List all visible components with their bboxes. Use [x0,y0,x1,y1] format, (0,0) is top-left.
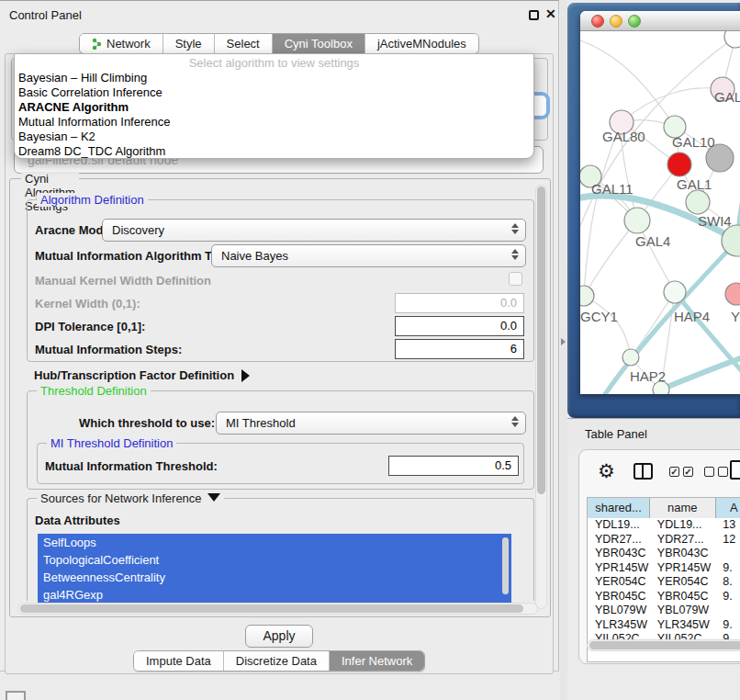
table-row[interactable]: YER054CYER054C8. [588,575,740,590]
minimized-panel-icon[interactable] [6,691,26,700]
table-header-row: shared...nameA [588,498,740,518]
algorithm-option[interactable]: Basic Correlation Inference [15,85,533,100]
dpi-tolerance-field[interactable]: 0.0 [395,316,524,336]
export-table-icon[interactable] [730,460,740,480]
algorithm-definition-title: Algorithm Definition [37,193,148,207]
close-traffic-light-icon[interactable] [591,15,604,28]
control-panel-title: Control Panel [9,8,82,22]
aracne-mode-combo[interactable]: Discovery [102,219,526,242]
deselect-all-checkbox-icon[interactable] [718,467,728,477]
attribute-item-selected[interactable]: TopologicalCoefficient [38,551,511,569]
table-row[interactable]: YLR345WYLR345W9. [588,618,740,633]
algorithm-option[interactable]: Bayesian – Hill Climbing [15,71,533,85]
table-cell: YPR145W [650,561,715,576]
tab-cyni-toolbox[interactable]: Cyni Toolbox [272,34,364,53]
mi-steps-field[interactable]: 6 [395,339,524,359]
columns-icon[interactable] [633,463,653,480]
control-panel-tabbar: NetworkStyleSelectCyni ToolboxjActiveMNo… [79,33,479,54]
settings-vertical-scrollbar[interactable] [535,185,547,609]
table-cell: YBR045C [650,590,715,604]
table-cell: YBL079W [588,604,650,618]
network-node[interactable] [580,286,594,306]
combo-stepper-icon [511,223,519,234]
network-node[interactable] [622,349,639,366]
network-node[interactable] [667,152,691,176]
tab-network[interactable]: Network [80,34,163,53]
mi-threshold-field[interactable]: 0.5 [388,456,519,476]
settings-horizontal-scrollbar[interactable] [17,603,538,615]
network-canvas[interactable]: GAL7GAL80GAL10GAL1GAL11SWI4GAL4GCY1HAP4Y… [580,31,740,394]
network-graph-icon [92,38,102,50]
manual-kernel-label: Manual Kernel Width Definition [35,274,211,288]
table-row[interactable]: YBR043CYBR043C [588,547,740,561]
node-label: GAL4 [635,233,670,249]
node-table: shared...nameA YDL19...YDL19...13YDR27..… [587,497,740,662]
data-attributes-list: SelfLoopsTopologicalCoefficientBetweenne… [38,534,511,604]
network-node[interactable] [686,190,710,214]
kernel-width-label: Kernel Width (0,1): [35,297,140,310]
network-node[interactable] [724,31,740,48]
hub-definition-label: Hub/Transcription Factor Definition [34,368,234,382]
select-all-checkbox-icon[interactable]: ✓ [669,467,679,477]
hub-definition-toggle[interactable]: Hub/Transcription Factor Definition [34,368,250,382]
mi-type-label: Mutual Information Algorithm Type: [35,249,236,263]
table-row[interactable]: YBR045CYBR045C9. [588,590,740,604]
table-cell: YLR345W [650,618,715,633]
attribute-item-selected[interactable]: BetweennessCentrality [38,569,511,586]
tab-jactivemnodules[interactable]: jActiveMNodules [364,34,478,53]
cyni-bottom-tabbar: Impute DataDiscretize DataInfer Network [133,650,425,672]
network-node[interactable] [664,281,686,303]
minimize-traffic-light-icon[interactable] [610,15,622,28]
table-cell: YPR145W [588,561,650,576]
node-label: Y [731,309,740,324]
table-row[interactable]: YBL079WYBL079W [588,604,740,618]
attribute-item-selected[interactable]: gal4RGexp [38,586,511,604]
table-cell: YBL079W [650,604,715,618]
table-row[interactable]: YDR27...YDR27...12 [588,533,740,548]
column-header[interactable]: A [716,498,740,518]
table-cell: YBR043C [588,547,650,561]
algorithm-list: Bayesian – Hill ClimbingBasic Correlatio… [15,71,533,159]
tab-discretize-data[interactable]: Discretize Data [223,651,329,671]
table-cell: YDL19... [650,518,715,533]
float-window-icon[interactable] [529,10,539,20]
table-row[interactable]: YDL19...YDL19...13 [588,518,740,533]
zoom-traffic-light-icon[interactable] [628,15,641,28]
which-threshold-combo[interactable]: MI Threshold [216,412,526,435]
network-node[interactable] [624,208,650,233]
attribute-list-scrollbar[interactable] [502,537,509,594]
gear-icon[interactable]: ⚙ [598,460,615,482]
data-attributes-label: Data Attributes [35,514,120,527]
sources-group: Sources for Network Inference Data Attri… [27,498,534,601]
combo-stepper-icon [511,416,519,427]
node-label: GCY1 [580,309,618,324]
algorithm-option[interactable]: ARACNE Algorithm [15,100,533,115]
tab-select[interactable]: Select [214,34,272,53]
algorithm-definition-group: Algorithm Definition Aracne Mode: Discov… [27,199,534,362]
apply-button[interactable]: Apply [245,625,313,648]
column-header[interactable]: shared... [588,498,650,518]
tab-impute-data[interactable]: Impute Data [134,651,223,671]
algorithm-option[interactable]: Dream8 DC_TDC Algorithm [15,144,533,159]
algorithm-option[interactable]: Bayesian – K2 [15,130,533,144]
table-row[interactable]: YPR145WYPR145W9. [588,561,740,576]
deselect-all-checkbox-icon[interactable] [704,467,714,477]
column-header[interactable]: name [650,498,716,518]
tab-style[interactable]: Style [163,34,214,53]
select-all-checkbox-icon[interactable]: ✓ [683,467,693,477]
mi-threshold-title: MI Threshold Definition [47,436,176,450]
attribute-item-selected[interactable]: SelfLoops [38,534,511,551]
algorithm-option[interactable]: Mutual Information Inference [15,115,533,130]
table-cell [715,547,740,561]
threshold-definition-title: Threshold Definition [37,384,151,398]
table-cell: YER054C [588,575,650,590]
splitter-handle-icon[interactable] [561,338,566,345]
network-node[interactable] [725,283,740,305]
sources-title[interactable]: Sources for Network Inference [37,491,224,505]
mi-type-combo[interactable]: Naive Bayes [211,244,526,267]
close-panel-icon[interactable]: ✕ [545,6,556,21]
panel-splitter[interactable] [560,0,567,700]
network-window-titlebar[interactable] [580,11,740,31]
tab-infer-network[interactable]: Infer Network [329,651,424,671]
table-horizontal-scrollbar[interactable] [587,639,740,651]
